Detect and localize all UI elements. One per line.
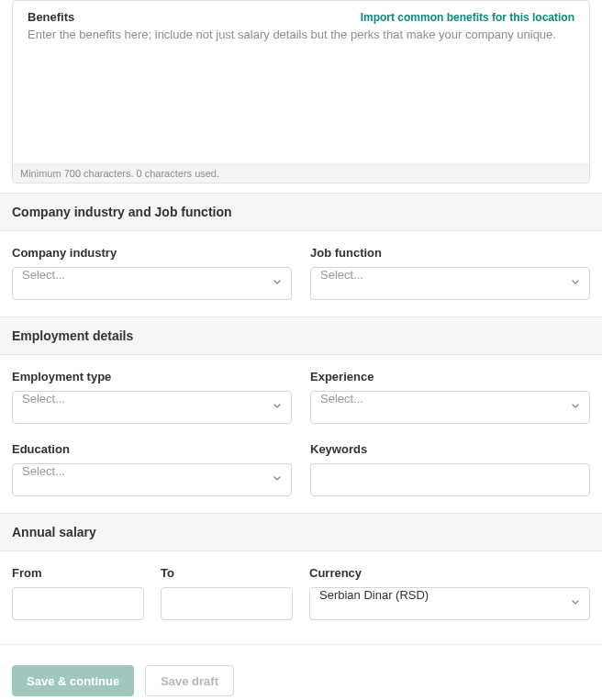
button-row: Save & continue Save draft (0, 645, 602, 700)
job-function-select[interactable]: Select... (310, 267, 590, 300)
benefits-textarea[interactable] (13, 28, 589, 161)
education-group: Education Select... (12, 442, 292, 496)
benefits-title: Benefits (28, 10, 74, 24)
section-body-employment: Employment type Select... Experience Sel… (0, 355, 602, 513)
benefits-char-counter: Minimum 700 characters. 0 characters use… (13, 163, 589, 183)
employment-type-label: Employment type (12, 370, 292, 383)
salary-from-group: From (12, 566, 144, 620)
save-continue-button[interactable]: Save & continue (12, 665, 134, 696)
benefits-header: Benefits Import common benefits for this… (13, 1, 589, 28)
employment-type-group: Employment type Select... (12, 370, 292, 424)
salary-currency-select[interactable]: Serbian Dinar (RSD) (309, 587, 590, 620)
section-header-industry: Company industry and Job function (0, 193, 602, 231)
experience-select[interactable]: Select... (310, 391, 590, 424)
company-industry-group: Company industry Select... (12, 246, 292, 300)
experience-group: Experience Select... (310, 370, 590, 424)
company-industry-select[interactable]: Select... (12, 267, 292, 300)
company-industry-label: Company industry (12, 246, 292, 260)
save-draft-button[interactable]: Save draft (145, 665, 234, 696)
import-benefits-link[interactable]: Import common benefits for this location (361, 11, 574, 24)
salary-from-label: From (12, 566, 144, 580)
salary-currency-label: Currency (309, 566, 590, 580)
job-function-label: Job function (310, 246, 590, 260)
keywords-label: Keywords (310, 442, 590, 456)
experience-label: Experience (310, 370, 590, 383)
section-body-salary: From To Currency Serbian Dinar (RSD) (0, 551, 602, 644)
section-body-industry: Company industry Select... Job function … (0, 231, 602, 317)
education-label: Education (12, 442, 292, 456)
salary-currency-group: Currency Serbian Dinar (RSD) (309, 566, 590, 620)
employment-type-select[interactable]: Select... (12, 391, 292, 424)
salary-to-label: To (161, 566, 293, 580)
job-function-group: Job function Select... (310, 246, 590, 300)
keywords-group: Keywords (310, 442, 590, 496)
benefits-section: Benefits Import common benefits for this… (12, 0, 590, 183)
section-header-employment: Employment details (0, 317, 602, 355)
section-header-salary: Annual salary (0, 513, 602, 551)
education-select[interactable]: Select... (12, 463, 292, 496)
salary-to-input[interactable] (161, 587, 293, 620)
salary-from-input[interactable] (12, 587, 144, 620)
keywords-input[interactable] (310, 463, 590, 496)
salary-to-group: To (161, 566, 293, 620)
